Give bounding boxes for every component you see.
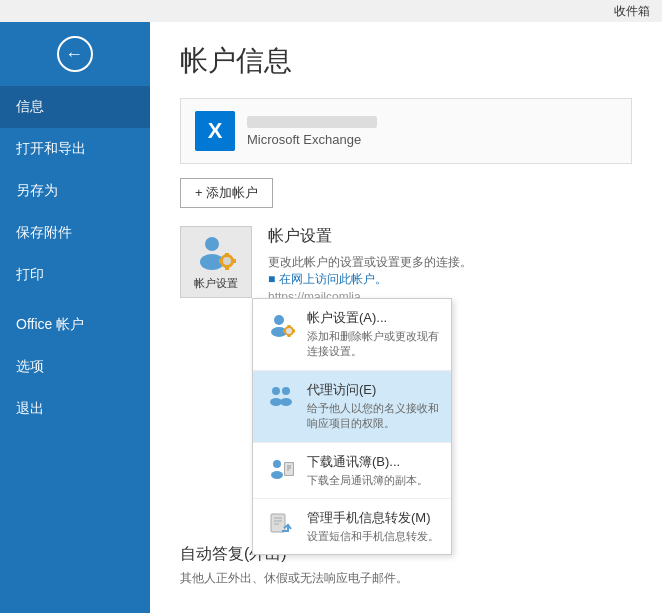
page-title: 帐户信息: [180, 42, 632, 80]
svg-point-24: [272, 387, 280, 395]
mobile-forward-text: 管理手机信息转发(M) 设置短信和手机信息转发。: [307, 509, 439, 544]
card-title: 帐户设置: [268, 226, 632, 247]
account-settings-menu-text: 帐户设置(A)... 添加和删除帐户或更改现有连接设置。: [307, 309, 439, 360]
card-icon-label: 帐户设置: [194, 276, 238, 291]
download-address-text: 下载通讯簿(B)... 下载全局通讯簿的副本。: [307, 453, 439, 488]
sidebar-item-print[interactable]: 打印: [0, 254, 150, 296]
card-desc: 更改此帐户的设置或设置更多的连接。: [268, 253, 632, 271]
svg-point-26: [282, 387, 290, 395]
svg-point-11: [223, 257, 231, 265]
delegate-access-icon: [265, 381, 297, 413]
svg-point-16: [274, 315, 284, 325]
content-area: 帐户信息 X Microso: [150, 22, 662, 613]
exchange-icon: X: [195, 111, 235, 151]
svg-point-8: [205, 237, 219, 251]
svg-rect-12: [225, 253, 229, 256]
svg-rect-14: [219, 259, 222, 263]
sidebar-item-open-export[interactable]: 打开和导出: [0, 128, 150, 170]
svg-point-19: [286, 328, 292, 334]
svg-point-28: [273, 460, 281, 468]
dropdown-item-account-settings[interactable]: 帐户设置(A)... 添加和删除帐户或更改现有连接设置。: [253, 299, 451, 371]
sidebar-item-info[interactable]: 信息: [0, 86, 150, 128]
svg-point-29: [271, 471, 283, 479]
add-account-button[interactable]: + 添加帐户: [180, 178, 273, 208]
dropdown-item-delegate-access[interactable]: 代理访问(E) 给予他人以您的名义接收和响应项目的权限。: [253, 371, 451, 443]
card-content: 帐户设置 更改此帐户的设置或设置更多的连接。 ■ 在网上访问此帐户。 https…: [268, 226, 632, 306]
svg-rect-21: [288, 335, 291, 337]
svg-rect-20: [288, 325, 291, 327]
download-address-icon: [265, 453, 297, 485]
sidebar-item-exit[interactable]: 退出: [0, 388, 150, 430]
svg-text:X: X: [208, 118, 223, 143]
sidebar-item-office-account[interactable]: Office 帐户: [0, 304, 150, 346]
account-details: Microsoft Exchange: [247, 116, 377, 147]
svg-rect-35: [271, 514, 285, 532]
account-info-box: X Microsoft Exchange: [180, 98, 632, 164]
account-settings-icon: [194, 234, 238, 272]
svg-rect-22: [283, 330, 285, 333]
card-online-link[interactable]: ■ 在网上访问此帐户。: [268, 271, 632, 288]
mobile-forward-icon: [265, 509, 297, 541]
account-type: Microsoft Exchange: [247, 132, 377, 147]
svg-rect-23: [293, 330, 295, 333]
sidebar-item-save-attachment[interactable]: 保存附件: [0, 212, 150, 254]
account-settings-dropdown: 帐户设置(A)... 添加和删除帐户或更改现有连接设置。: [252, 298, 452, 555]
svg-rect-15: [233, 259, 236, 263]
dropdown-item-download-address[interactable]: 下载通讯簿(B)... 下载全局通讯簿的副本。: [253, 443, 451, 499]
delegate-access-text: 代理访问(E) 给予他人以您的名义接收和响应项目的权限。: [307, 381, 439, 432]
back-button[interactable]: ←: [0, 22, 150, 86]
auto-reply-desc: 其他人正外出、休假或无法响应电子邮件。: [180, 569, 632, 587]
account-settings-card: 帐户设置 帐户设置 更改此帐户的设置或设置更多的连接。 ■ 在网上访问此帐户。 …: [180, 226, 632, 306]
svg-point-27: [280, 398, 292, 406]
sidebar-item-save-as[interactable]: 另存为: [0, 170, 150, 212]
account-settings-icon-box[interactable]: 帐户设置: [180, 226, 252, 298]
sidebar-nav: 信息 打开和导出 另存为 保存附件 打印 Office 帐户 选项 退出: [0, 86, 150, 430]
account-name-blur: [247, 116, 377, 128]
dropdown-item-mobile-forward[interactable]: 管理手机信息转发(M) 设置短信和手机信息转发。: [253, 499, 451, 554]
svg-rect-13: [225, 267, 229, 270]
sidebar-item-options[interactable]: 选项: [0, 346, 150, 388]
inbox-label: 收件箱: [614, 3, 650, 20]
account-settings-menu-icon: [265, 309, 297, 341]
back-arrow-icon: ←: [65, 45, 83, 63]
sidebar: ← 信息 打开和导出 另存为 保存附件 打印 Office 帐户 选项 退出: [0, 22, 150, 613]
svg-rect-31: [285, 463, 293, 475]
